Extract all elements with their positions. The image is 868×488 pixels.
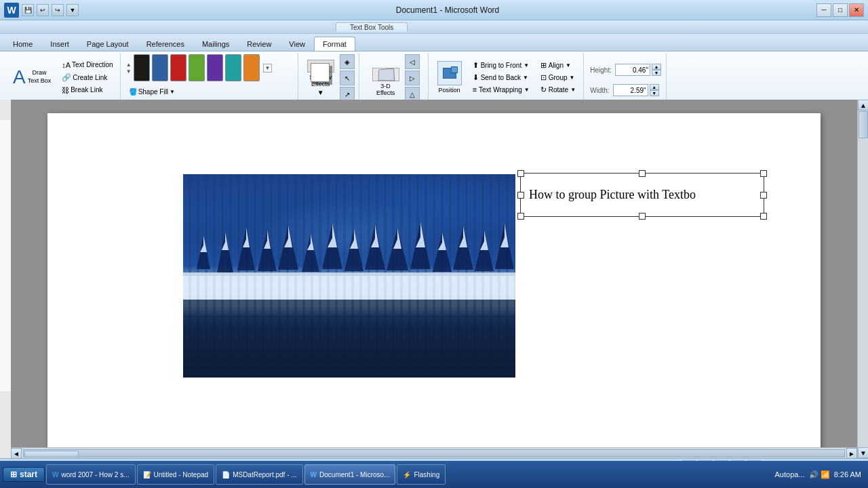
width-label: Width: (590, 87, 609, 94)
height-field: Height: ▲ ▼ (590, 64, 661, 76)
color-swatches-row: ▲ ▼ ▼ (126, 54, 273, 81)
start-button[interactable]: ⊞ start (3, 467, 45, 482)
tab-format[interactable]: Format (314, 37, 355, 51)
taskbar-item-notepad[interactable]: 📝 Untitled - Notepad (137, 464, 215, 485)
document-textbox[interactable]: How to group Picture with Textbo (520, 173, 764, 217)
close-btn[interactable]: ✕ (849, 3, 864, 17)
save-quick-btn[interactable]: 💾 (22, 4, 34, 16)
scroll-up-btn[interactable]: ▲ (858, 100, 868, 110)
create-link-btn[interactable]: 🔗 Create Link (59, 72, 115, 83)
position-label: Position (439, 87, 460, 94)
scroll-right-btn[interactable]: ► (846, 448, 857, 459)
height-spin-down[interactable]: ▼ (652, 70, 661, 76)
tab-home[interactable]: Home (4, 37, 41, 51)
document-page: How to group Picture with Textbo (47, 113, 821, 458)
send-back-icon: ⬇ (473, 73, 479, 82)
swatch-blue[interactable] (152, 54, 168, 81)
title-bar: W 💾 ↩ ↪ ▼ Document1 - Microsoft Word ─ □… (0, 0, 868, 20)
scroll-down-btn[interactable]: ▼ (858, 447, 868, 458)
title-bar-controls: ─ □ ✕ (816, 3, 864, 17)
width-field: Width: ▲ ▼ (590, 84, 658, 96)
clock: 8:26 AM (834, 470, 861, 479)
width-spin-down[interactable]: ▼ (650, 90, 659, 96)
swatch-black[interactable] (134, 54, 150, 81)
handle-midleft[interactable] (517, 192, 524, 199)
shape-fill-btn[interactable]: 🪣 Shape Fill ▼ (126, 87, 294, 97)
h-scroll-thumb[interactable] (24, 451, 79, 458)
more-styles-btn[interactable]: ▼ (263, 64, 273, 73)
swatch-scroll-up[interactable]: ▲ (126, 62, 132, 68)
taskbar-item-pdf[interactable]: 📄 MSDatReport.pdf - ... (216, 464, 302, 485)
tab-review[interactable]: Review (238, 37, 280, 51)
swatch-scroll-down[interactable]: ▼ (126, 68, 132, 75)
shadow-content: ShadowEffects ▼ ◈ ↖ ↗ (304, 54, 355, 102)
tab-view[interactable]: View (280, 37, 314, 51)
width-spin-up[interactable]: ▲ (650, 84, 659, 90)
shadow-icon (307, 60, 334, 73)
horizontal-scrollbar[interactable]: ◄ ► (11, 447, 857, 458)
tab-page-layout[interactable]: Page Layout (78, 37, 138, 51)
handle-topleft[interactable] (517, 170, 524, 177)
position-icon (437, 61, 462, 85)
shadow-ctrl-2[interactable]: ↖ (340, 70, 355, 85)
height-input[interactable] (615, 64, 650, 76)
text-direction-btn[interactable]: ↕A Text Direction (59, 60, 115, 70)
scroll-left-btn[interactable]: ◄ (11, 448, 22, 459)
autopa-label: Autopa... (775, 470, 805, 479)
tab-references[interactable]: References (138, 37, 193, 51)
taskbar-item-flashing[interactable]: ⚡ Flashing (397, 464, 446, 485)
break-link-btn[interactable]: ⛓ Break Link (59, 85, 115, 96)
height-spinner: ▲ ▼ (652, 64, 661, 76)
threed-ctrl-1[interactable]: ◁ (405, 54, 420, 69)
handle-topcenter[interactable] (639, 170, 646, 177)
document-area: How to group Picture with Textbo (11, 100, 857, 458)
handle-topright[interactable] (760, 170, 767, 177)
start-icon: ⊞ (10, 470, 17, 479)
maximize-btn[interactable]: □ (833, 3, 848, 17)
wrapping-arrow: ▼ (524, 87, 530, 93)
taskbar-item-document1[interactable]: W Document1 - Microso... (304, 464, 396, 485)
height-spin-up[interactable]: ▲ (652, 64, 661, 70)
redo-quick-btn[interactable]: ↪ (52, 4, 64, 16)
taskbar-item-word2007[interactable]: W word 2007 - How 2 s... (46, 464, 136, 485)
arrange-options: ⬆ Bring to Front ▼ ⬇ Send to Back ▼ ≡ Te… (469, 60, 533, 95)
swatch-teal[interactable] (225, 54, 241, 81)
scroll-thumb[interactable] (859, 111, 868, 138)
swatch-red[interactable] (170, 54, 186, 81)
h-scroll-track[interactable] (23, 449, 845, 458)
minimize-btn[interactable]: ─ (816, 3, 831, 17)
vertical-scrollbar[interactable]: ▲ ▼ (857, 100, 868, 458)
swatch-orange[interactable] (243, 54, 260, 81)
handle-bottomleft[interactable] (517, 213, 524, 220)
tab-mailings[interactable]: Mailings (193, 37, 238, 51)
draw-textbox-btn[interactable]: A DrawText Box (7, 63, 57, 92)
swatch-green[interactable] (189, 54, 205, 81)
send-to-back-btn[interactable]: ⬇ Send to Back ▼ (469, 72, 533, 83)
tab-insert[interactable]: Insert (41, 37, 78, 51)
swatch-purple[interactable] (207, 54, 223, 81)
handle-midright[interactable] (760, 192, 767, 199)
rotate-btn[interactable]: ↻ Rotate ▼ (537, 84, 579, 96)
shadow-effects-btn[interactable]: ShadowEffects ▼ (304, 58, 338, 98)
textbox-tools-ribbon-label: Text Box Tools (0, 20, 868, 34)
wrapping-icon: ≡ (473, 85, 477, 94)
quick-access-more[interactable]: ▼ (66, 4, 79, 16)
text-wrapping-btn[interactable]: ≡ Text Wrapping ▼ (469, 84, 533, 95)
handle-bottomright[interactable] (760, 213, 767, 220)
link-icon: 🔗 (62, 73, 71, 82)
textbox-tools-label: Text Box Tools (336, 22, 408, 32)
bring-to-front-btn[interactable]: ⬆ Bring to Front ▼ (469, 60, 533, 71)
threed-icon (372, 68, 399, 81)
taskbar-word-icon: W (52, 471, 58, 479)
handle-bottomcenter[interactable] (639, 213, 646, 220)
undo-quick-btn[interactable]: ↩ (37, 4, 49, 16)
shadow-ctrl-1[interactable]: ◈ (340, 54, 355, 69)
position-btn[interactable]: Position (434, 56, 465, 100)
threed-ctrl-2[interactable]: ▷ (405, 70, 420, 85)
group-btn[interactable]: ⊡ Group ▼ (537, 72, 579, 83)
height-label: Height: (590, 66, 612, 74)
width-input[interactable] (613, 84, 648, 96)
taskbar-flash-icon: ⚡ (403, 471, 411, 479)
align-btn[interactable]: ⊞ Align ▼ (537, 60, 579, 71)
document-image[interactable] (183, 174, 515, 378)
